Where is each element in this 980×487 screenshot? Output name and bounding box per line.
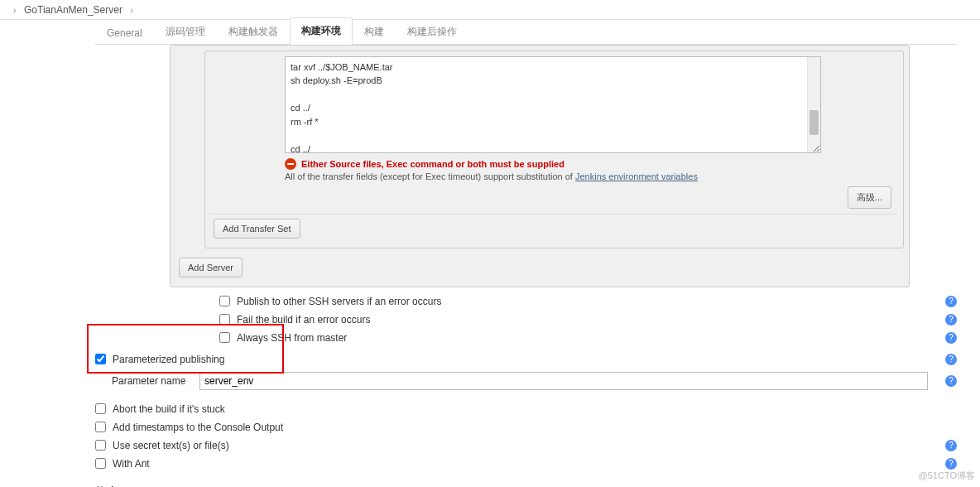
help-icon[interactable]: ? bbox=[945, 375, 957, 387]
checkbox-with-ant[interactable] bbox=[95, 458, 106, 469]
config-tabs: General 源码管理 构建触发器 构建环境 构建 构建后操作 bbox=[95, 20, 957, 45]
param-name-input[interactable] bbox=[199, 372, 928, 390]
checkbox-param-publishing[interactable] bbox=[95, 354, 106, 364]
breadcrumb: › GoTianAnMen_Server › bbox=[0, 0, 980, 20]
label-always-ssh: Always SSH from master bbox=[237, 332, 347, 344]
tab-build[interactable]: 构建 bbox=[353, 18, 396, 45]
help-icon[interactable]: ? bbox=[945, 458, 957, 470]
checkbox-abort-stuck[interactable] bbox=[95, 403, 106, 414]
breadcrumb-item[interactable]: GoTianAnMen_Server bbox=[24, 4, 122, 16]
ssh-publish-panel: tar xvf ../$JOB_NAME.tarsh deploy.sh -E=… bbox=[170, 45, 910, 287]
help-icon[interactable]: ? bbox=[945, 296, 957, 307]
exec-command-textarea[interactable]: tar xvf ../$JOB_NAME.tarsh deploy.sh -E=… bbox=[285, 56, 821, 153]
label-fail-build: Fail the build if an error occurs bbox=[237, 314, 370, 325]
param-name-label: Parameter name bbox=[112, 375, 191, 387]
error-message: Either Source files, Exec command or bot… bbox=[301, 159, 564, 169]
label-param-publishing: Parameterized publishing bbox=[113, 354, 224, 365]
label-publish-other: Publish to other SSH servers if an error… bbox=[237, 296, 441, 307]
tab-post-build[interactable]: 构建后操作 bbox=[396, 18, 468, 45]
chevron-right-icon: › bbox=[125, 5, 138, 15]
watermark: @51CTO博客 bbox=[919, 470, 975, 482]
help-icon[interactable]: ? bbox=[945, 440, 957, 451]
transfer-note: All of the transfer fields (except for E… bbox=[285, 171, 898, 181]
tab-build-env[interactable]: 构建环境 bbox=[290, 17, 353, 45]
advanced-button[interactable]: 高级... bbox=[848, 186, 891, 209]
tab-trigger[interactable]: 构建触发器 bbox=[217, 18, 290, 45]
note-text: All of the transfer fields (except for E… bbox=[285, 171, 575, 181]
help-icon[interactable]: ? bbox=[945, 354, 957, 365]
checkbox-fail-build[interactable] bbox=[219, 314, 230, 325]
checkbox-timestamps[interactable] bbox=[95, 422, 106, 432]
ssh-server-panel: tar xvf ../$JOB_NAME.tarsh deploy.sh -E=… bbox=[204, 51, 904, 248]
label-abort-stuck: Abort the build if it's stuck bbox=[113, 403, 225, 415]
help-icon[interactable]: ? bbox=[945, 314, 957, 325]
label-timestamps: Add timestamps to the Console Output bbox=[113, 422, 283, 433]
chevron-right-icon: › bbox=[8, 5, 22, 15]
tab-general[interactable]: General bbox=[95, 21, 154, 45]
label-with-ant: With Ant bbox=[113, 458, 150, 470]
checkbox-publish-other[interactable] bbox=[219, 296, 230, 306]
checkbox-secret[interactable] bbox=[95, 440, 106, 451]
add-transfer-set-button[interactable]: Add Transfer Set bbox=[214, 219, 300, 239]
tab-scm[interactable]: 源码管理 bbox=[154, 18, 217, 45]
scrollbar[interactable] bbox=[807, 57, 820, 152]
error-icon bbox=[285, 158, 296, 170]
env-vars-link[interactable]: Jenkins environment variables bbox=[575, 171, 698, 181]
add-server-button[interactable]: Add Server bbox=[179, 258, 243, 277]
help-icon[interactable]: ? bbox=[945, 332, 957, 344]
label-secret: Use secret text(s) or file(s) bbox=[113, 440, 229, 451]
checkbox-always-ssh[interactable] bbox=[219, 332, 230, 343]
